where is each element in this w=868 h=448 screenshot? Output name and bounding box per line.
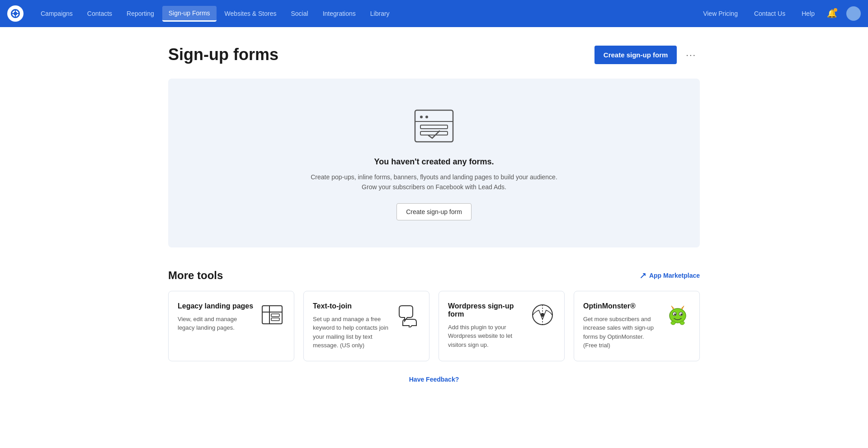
nav-help[interactable]: Help: [795, 6, 821, 21]
nav-social[interactable]: Social: [285, 6, 315, 21]
tool-card-text-to-join[interactable]: Text-to-join Set up and manage a free ke…: [303, 291, 429, 361]
nav-library[interactable]: Library: [364, 6, 396, 21]
tool-icon-wordpress: [530, 302, 555, 327]
tools-grid: Legacy landing pages View, edit and mana…: [168, 291, 700, 361]
tool-desc-wordpress: Add this plugin to your Wordpress websit…: [448, 323, 524, 350]
empty-state-description: Create pop-ups, inline forms, banners, f…: [183, 172, 685, 192]
nav-contacts[interactable]: Contacts: [81, 6, 118, 21]
more-tools-header: More tools App Marketplace: [168, 269, 700, 282]
empty-state-create-button[interactable]: Create sign-up form: [396, 203, 472, 220]
app-marketplace-link[interactable]: App Marketplace: [640, 272, 700, 279]
svg-point-3: [420, 116, 423, 118]
tool-name-legacy: Legacy landing pages: [178, 302, 254, 310]
svg-point-21: [680, 321, 684, 325]
svg-rect-6: [420, 125, 448, 129]
create-signup-form-button[interactable]: Create sign-up form: [594, 46, 677, 64]
svg-point-1: [14, 12, 17, 15]
tool-desc-optinmonster: Get more subscribers and increase sales …: [583, 315, 660, 350]
nav-integrations[interactable]: Integrations: [316, 6, 362, 21]
nav-reporting[interactable]: Reporting: [120, 6, 160, 21]
navbar: Campaigns Contacts Reporting Sign-up For…: [0, 0, 868, 27]
nav-campaigns[interactable]: Campaigns: [34, 6, 79, 21]
tool-name-optinmonster: OptinMonster®: [583, 302, 660, 310]
more-options-button[interactable]: ···: [682, 46, 700, 64]
tool-card-wordpress[interactable]: Wordpress sign-up form Add this plugin t…: [439, 291, 565, 361]
main-content: Sign-up forms Create sign-up form ··· Yo…: [154, 27, 714, 408]
nav-websites-stores[interactable]: Websites & Stores: [218, 6, 283, 21]
page-title: Sign-up forms: [168, 45, 278, 64]
notification-dot: [834, 8, 837, 12]
svg-point-19: [680, 313, 682, 315]
tool-icon-legacy: [259, 302, 285, 327]
tool-desc-text-to-join: Set up and manage a free keyword to help…: [313, 315, 389, 350]
svg-rect-12: [271, 318, 279, 321]
feedback-link[interactable]: Have Feedback?: [168, 361, 700, 390]
user-avatar[interactable]: [846, 6, 861, 21]
tool-name-wordpress: Wordpress sign-up form: [448, 302, 524, 318]
nav-contact-us[interactable]: Contact Us: [748, 6, 792, 21]
svg-point-18: [674, 313, 676, 315]
nav-left: Campaigns Contacts Reporting Sign-up For…: [34, 6, 697, 22]
nav-view-pricing[interactable]: View Pricing: [697, 6, 744, 21]
empty-state-card: You haven't created any forms. Create po…: [168, 79, 700, 247]
page-header-actions: Create sign-up form ···: [594, 46, 700, 64]
brand-logo[interactable]: [7, 5, 24, 22]
svg-point-15: [670, 308, 686, 323]
tool-name-text-to-join: Text-to-join: [313, 302, 389, 310]
svg-point-4: [425, 116, 428, 118]
tool-icon-text-to-join: [395, 302, 420, 327]
more-tools-title: More tools: [168, 269, 223, 282]
empty-state-icon: [411, 106, 457, 146]
nav-signup-forms[interactable]: Sign-up Forms: [162, 6, 217, 22]
external-link-icon: [640, 272, 646, 279]
svg-rect-11: [271, 314, 279, 317]
tool-icon-optinmonster: [665, 302, 690, 327]
svg-point-20: [671, 321, 675, 325]
empty-state-title: You haven't created any forms.: [183, 157, 685, 167]
tool-card-optinmonster[interactable]: OptinMonster® Get more subscribers and i…: [574, 291, 700, 361]
notifications-bell[interactable]: 🔔: [825, 6, 839, 21]
page-header: Sign-up forms Create sign-up form ···: [168, 45, 700, 64]
tool-card-legacy-landing[interactable]: Legacy landing pages View, edit and mana…: [168, 291, 294, 361]
nav-right: View Pricing Contact Us Help 🔔: [697, 6, 861, 21]
svg-rect-7: [420, 131, 448, 135]
tool-desc-legacy: View, edit and manage legacy landing pag…: [178, 315, 254, 332]
more-tools-section: More tools App Marketplace Legacy landin…: [168, 269, 700, 361]
